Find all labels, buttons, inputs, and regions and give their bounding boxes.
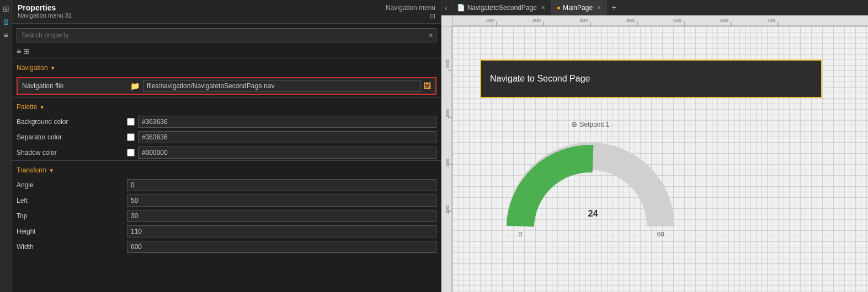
palette-section-arrow: ▼ xyxy=(39,104,45,110)
ruler-horizontal: 100 200 300 400 500 600 700 xyxy=(452,15,868,26)
navigation-file-label: Navigation file xyxy=(22,82,127,90)
tab-nav-left[interactable]: ‹ xyxy=(441,0,451,15)
scrollable-properties: Navigation ▼ Navigation file 📁 🖼 Palette xyxy=(12,61,441,292)
svg-text:200: 200 xyxy=(532,18,541,23)
svg-text:24: 24 xyxy=(588,208,598,218)
tab-main[interactable]: ● MainPage × xyxy=(551,0,607,15)
tabs-bar: ‹ 📄 NavigatetoSecondPage × ● MainPage × … xyxy=(441,0,868,15)
height-input[interactable] xyxy=(127,225,436,237)
angle-input[interactable] xyxy=(127,179,436,191)
canvas-area: 100 200 300 400 500 600 700 xyxy=(441,15,868,292)
width-label: Width xyxy=(17,243,127,251)
divider-3 xyxy=(12,160,441,161)
left-panel: ⊞ 🖥 ≡ Properties Navigation menu Navigat… xyxy=(0,0,441,292)
height-label: Height xyxy=(17,228,127,235)
svg-text:300: 300 xyxy=(445,159,450,167)
main-tab-label: MainPage xyxy=(563,4,593,12)
shadow-color-input[interactable] xyxy=(138,147,436,159)
setpoint-icon: ⊕ xyxy=(571,120,577,128)
search-bar: × xyxy=(17,28,436,42)
top-input[interactable] xyxy=(127,210,436,222)
setpoint-label: Setpoint 1 xyxy=(579,121,609,128)
separator-color-input[interactable] xyxy=(138,131,436,143)
svg-text:100: 100 xyxy=(445,60,450,68)
navigate-tab-close[interactable]: × xyxy=(541,4,545,12)
shadow-color-row: Shadow color xyxy=(12,145,441,160)
canvas-content: Navigate to Second Page ⊕ Setpoint 1 24 … xyxy=(452,26,868,292)
left-row: Left xyxy=(12,193,441,208)
svg-text:300: 300 xyxy=(579,18,588,23)
view-icons: ≡ ⊞ xyxy=(12,47,441,58)
gauge-svg: 24 0 60 xyxy=(497,131,684,241)
search-input[interactable] xyxy=(17,28,436,42)
right-panel: ‹ 📄 NavigatetoSecondPage × ● MainPage × … xyxy=(441,0,868,292)
svg-text:200: 200 xyxy=(445,109,450,117)
navigation-file-folder-icon[interactable]: 📁 xyxy=(130,82,140,90)
navigation-file-browse-icon[interactable]: 🖼 xyxy=(423,82,431,90)
transform-section-arrow: ▼ xyxy=(49,167,54,174)
angle-label: Angle xyxy=(17,181,127,189)
width-row: Width xyxy=(12,239,441,255)
gauge-widget: ⊕ Setpoint 1 24 0 60 xyxy=(497,120,684,252)
navigation-file-input[interactable] xyxy=(143,80,421,92)
divider-2 xyxy=(12,97,441,98)
gauge-setpoint: ⊕ Setpoint 1 xyxy=(571,120,609,128)
properties-subtitle: Navigation menu 31 xyxy=(18,12,72,20)
navigation-section-header[interactable]: Navigation ▼ xyxy=(12,61,441,75)
svg-text:500: 500 xyxy=(673,18,681,23)
svg-text:400: 400 xyxy=(626,18,635,23)
separator-color-row: Separator color xyxy=(12,129,441,145)
navigation-section-arrow: ▼ xyxy=(50,65,56,71)
main-tab-close[interactable]: × xyxy=(597,4,601,12)
width-input[interactable] xyxy=(127,241,436,253)
navigation-file-row: Navigation file 📁 🖼 xyxy=(17,77,436,95)
palette-section-label: Palette xyxy=(17,103,37,111)
svg-text:100: 100 xyxy=(486,18,494,23)
nav-menu-label: Navigation menu xyxy=(386,4,435,12)
sidebar-icons: ⊞ 🖥 ≡ xyxy=(0,0,12,292)
top-row: Top xyxy=(12,208,441,224)
sidebar-icon-component[interactable]: 🖥 xyxy=(2,18,10,26)
navigate-tab-icon: 📄 xyxy=(457,4,465,12)
background-color-row: Background color xyxy=(12,114,441,129)
separator-color-checkbox[interactable] xyxy=(127,133,135,141)
navigation-section-label: Navigation xyxy=(17,64,48,72)
transform-section-header[interactable]: Transform ▼ xyxy=(12,163,441,177)
left-label: Left xyxy=(17,197,127,204)
resize-icon[interactable]: ⊡ xyxy=(430,12,435,20)
left-input[interactable] xyxy=(127,194,436,207)
top-label: Top xyxy=(17,212,127,220)
background-color-input[interactable] xyxy=(138,116,436,128)
tab-add-button[interactable]: + xyxy=(607,3,621,13)
background-color-label: Background color xyxy=(17,118,127,126)
svg-text:600: 600 xyxy=(720,18,728,23)
separator-color-label: Separator color xyxy=(17,133,127,141)
list-view-icon[interactable]: ≡ xyxy=(17,47,21,56)
sidebar-icon-list[interactable]: ≡ xyxy=(3,31,8,40)
shadow-color-checkbox[interactable] xyxy=(127,149,135,156)
divider xyxy=(12,58,441,58)
svg-text:700: 700 xyxy=(767,18,775,23)
background-color-checkbox[interactable] xyxy=(127,118,135,126)
height-row: Height xyxy=(12,224,441,239)
shadow-color-label: Shadow color xyxy=(17,149,127,156)
transform-section-label: Transform xyxy=(17,166,46,174)
ruler-corner xyxy=(441,15,452,26)
main-tab-icon: ● xyxy=(557,4,561,12)
main-content: Properties Navigation menu Navigation me… xyxy=(12,0,441,292)
sidebar-icon-grid[interactable]: ⊞ xyxy=(3,4,9,13)
nav-button-text: Navigate to Second Page xyxy=(490,74,590,84)
palette-section-header[interactable]: Palette ▼ xyxy=(12,100,441,114)
angle-row: Angle xyxy=(12,177,441,193)
nav-button-widget[interactable]: Navigate to Second Page xyxy=(480,60,822,98)
properties-title: Properties xyxy=(18,3,56,12)
tab-navigate[interactable]: 📄 NavigatetoSecondPage × xyxy=(451,0,551,15)
properties-header: Properties Navigation menu Navigation me… xyxy=(12,0,441,24)
grid-view-icon[interactable]: ⊞ xyxy=(23,47,30,56)
svg-text:400: 400 xyxy=(445,206,450,214)
navigation-file-icons: 📁 xyxy=(130,82,140,90)
svg-text:60: 60 xyxy=(657,230,665,238)
ruler-vertical: 100 200 300 400 xyxy=(441,26,452,292)
search-clear-button[interactable]: × xyxy=(429,31,433,40)
svg-text:0: 0 xyxy=(518,230,522,238)
